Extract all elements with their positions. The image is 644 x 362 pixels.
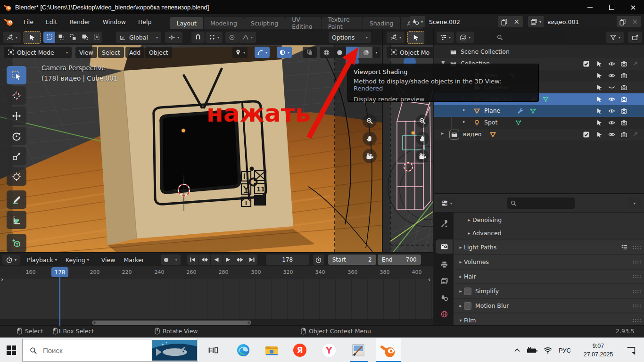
tab-layout[interactable]: Layout — [170, 17, 204, 29]
presets-icon[interactable] — [621, 244, 628, 251]
minimize-button[interactable] — [579, 0, 601, 14]
tool-annotate[interactable] — [7, 190, 26, 209]
proportional-edit-toggle[interactable] — [225, 32, 239, 43]
shading-wireframe-button[interactable] — [320, 47, 333, 58]
blender-taskbar-icon-active[interactable] — [376, 338, 401, 362]
tab-modeling[interactable]: Modeling — [204, 17, 244, 29]
editor-type-3dview[interactable]: ▾ — [3, 32, 21, 43]
snap-target-dropdown[interactable]: ▾ — [206, 32, 223, 43]
timeline-scrollbar[interactable] — [92, 321, 251, 325]
viewport-menu-object[interactable]: Object — [145, 47, 172, 58]
select-mode-invert[interactable] — [79, 32, 91, 43]
battery-icon[interactable] — [524, 338, 540, 362]
language-indicator[interactable]: РУС — [555, 338, 574, 362]
play-button[interactable] — [223, 255, 234, 265]
close-button[interactable]: × — [622, 0, 644, 14]
tab-uv-editing[interactable]: UV Editing — [285, 17, 322, 29]
tool-rotate[interactable] — [7, 127, 26, 145]
outliner-row-video-collection[interactable]: ▸ видео ↗ — [434, 129, 644, 140]
yandex-icon[interactable]: Я — [289, 338, 310, 362]
scene-selector[interactable]: ▾ Scene.002 × — [410, 16, 523, 27]
jump-to-start-button[interactable] — [187, 255, 198, 265]
select-mode-intersect[interactable] — [91, 32, 102, 43]
tab-texture-paint[interactable]: Texture Paint — [322, 17, 363, 29]
viewport-3d-main[interactable]: 11 Object — [0, 45, 382, 252]
tab-view-layer-properties[interactable] — [436, 274, 453, 288]
tab-sculpting[interactable]: Sculpting — [244, 17, 285, 29]
timeline-menu-playback[interactable]: Playback▾ — [23, 253, 61, 266]
view-layer-selector[interactable]: ▾ видео.001 × — [528, 16, 641, 27]
panel-light-paths[interactable]: ▸Light Paths — [454, 240, 644, 254]
tool-measure[interactable] — [7, 211, 26, 229]
play-reverse-button[interactable] — [211, 255, 222, 265]
outliner-display-mode-dropdown[interactable]: ▾ — [456, 32, 474, 43]
search-input[interactable] — [42, 346, 129, 355]
panel-grip-icon[interactable] — [633, 246, 641, 249]
scene-unlink-button[interactable]: × — [510, 16, 523, 27]
tab-render-properties-active[interactable] — [436, 239, 453, 254]
timeline-menu-marker[interactable]: Marker — [120, 253, 149, 266]
object-visibility-dropdown[interactable]: ▾ — [232, 47, 248, 58]
blender-menu-icon[interactable] — [4, 17, 14, 26]
yandex-browser-icon[interactable]: Y — [319, 338, 339, 362]
panel-expand-arrow-right[interactable]: ‹ — [428, 276, 430, 283]
search-highlight-image[interactable] — [152, 340, 197, 361]
editor-type-3dview-2[interactable]: ▾ — [387, 32, 405, 43]
options-dropdown[interactable]: Options▾ — [329, 32, 371, 43]
tool-cursor[interactable] — [7, 86, 26, 105]
panel-grip-icon[interactable] — [633, 319, 641, 322]
editor-type-outliner[interactable]: ▾ — [437, 32, 454, 43]
select-mode-extend[interactable] — [55, 32, 67, 43]
tool-select-box[interactable] — [7, 66, 26, 84]
panel-advanced[interactable]: ▸Advanced — [454, 226, 644, 239]
panel-motion-blur[interactable]: ▸ Motion Blur — [454, 299, 644, 313]
tool-move[interactable] — [7, 107, 26, 125]
properties-search-input[interactable] — [507, 197, 575, 209]
tab-shading[interactable]: Shading — [363, 17, 401, 29]
next-keyframe-button[interactable] — [234, 255, 246, 265]
simplify-checkbox[interactable] — [464, 288, 471, 295]
panel-volumes[interactable]: ▸Volumes — [454, 255, 644, 269]
auto-key-record-button[interactable] — [161, 255, 172, 265]
maximize-button[interactable] — [601, 0, 622, 14]
tray-expand-chevron[interactable] — [510, 338, 524, 362]
frame-start-field[interactable]: Start2 — [328, 255, 376, 265]
view-layer-copy-button[interactable] — [617, 16, 628, 27]
auto-key-options-dropdown[interactable]: ▾ — [172, 255, 181, 265]
timeline-menu-keying[interactable]: Keying▾ — [61, 253, 93, 266]
view-layer-name[interactable]: видео.001 — [544, 16, 617, 27]
panel-hair[interactable]: ▸Hair — [454, 270, 644, 283]
tab-scene-properties[interactable] — [436, 290, 453, 304]
timeline-menu-view[interactable]: View — [97, 253, 120, 266]
view-layer-icon[interactable]: ▾ — [528, 16, 544, 27]
action-center-icon[interactable] — [621, 338, 640, 362]
shading-material-button[interactable] — [346, 47, 359, 58]
tab-world-properties[interactable] — [436, 307, 453, 321]
clock[interactable]: 9:07 27.07.2025 — [578, 342, 619, 359]
tool-scale[interactable] — [7, 147, 26, 165]
panel-grip-icon[interactable] — [633, 260, 641, 264]
menu-help[interactable]: Help — [132, 14, 158, 29]
outliner-row-scene-collection[interactable]: Scene Collection — [434, 46, 644, 58]
panel-grip-icon[interactable] — [633, 304, 641, 308]
viewport-menu-select[interactable]: Select — [98, 47, 124, 58]
paint-icon[interactable] — [348, 338, 369, 362]
tool-transform[interactable] — [7, 167, 26, 186]
tab-output-properties[interactable] — [436, 257, 453, 272]
use-preview-range-toggle[interactable] — [313, 255, 324, 265]
wifi-icon[interactable] — [540, 338, 555, 362]
prev-keyframe-button[interactable] — [199, 255, 210, 265]
timeline-track-area[interactable] — [0, 279, 433, 319]
shading-options-dropdown[interactable]: ▾ — [372, 47, 380, 58]
current-frame-field[interactable]: 178 — [266, 255, 309, 265]
viewport-menu-add[interactable]: Add — [125, 47, 144, 58]
menu-edit[interactable]: Edit — [40, 14, 63, 29]
panel-simplify[interactable]: ▸ Simplify — [454, 284, 644, 298]
file-explorer-icon[interactable] — [261, 338, 282, 362]
jump-to-end-button[interactable] — [246, 255, 257, 265]
scene-icon[interactable]: ▾ — [410, 16, 425, 27]
panel-denoising[interactable]: ▸Denoising — [454, 213, 644, 226]
view-layer-remove-button[interactable]: × — [628, 16, 641, 27]
tool-add-cube[interactable] — [7, 234, 26, 252]
mode-dropdown-2[interactable]: Object Mo — [387, 47, 433, 58]
